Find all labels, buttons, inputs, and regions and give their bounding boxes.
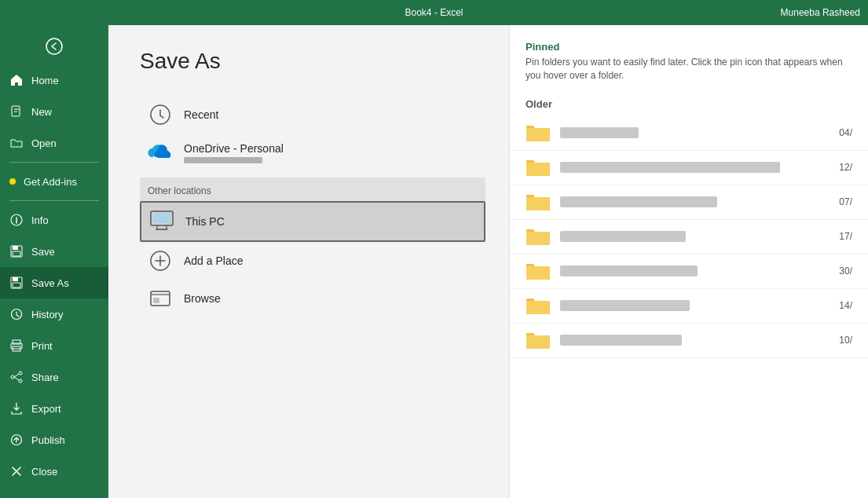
folder-date: 07/ — [839, 196, 852, 207]
sidebar-label-new: New — [31, 106, 52, 118]
location-onedrive[interactable]: OneDrive - Personal — [140, 134, 485, 171]
folder-icon — [526, 295, 551, 316]
svg-rect-7 — [13, 277, 18, 281]
close-icon — [9, 464, 24, 478]
title-bar-title: Book4 - Excel — [405, 7, 463, 18]
history-icon — [9, 307, 24, 321]
folder-name-redacted — [560, 196, 717, 207]
sidebar-item-close[interactable]: Close — [0, 456, 108, 487]
sidebar-item-info[interactable]: Info — [0, 204, 108, 236]
folder-row[interactable]: 04/ — [510, 116, 868, 151]
folder-name-redacted — [560, 162, 780, 173]
sidebar-label-save: Save — [31, 246, 55, 258]
save-as-panel: Save As Recent — [108, 25, 509, 498]
sidebar-label-home: Home — [31, 75, 59, 86]
sidebar-item-print[interactable]: Print — [0, 330, 108, 361]
folder-icon — [526, 123, 551, 143]
sidebar-item-share[interactable]: Share — [0, 361, 108, 393]
clock-icon — [148, 102, 173, 127]
folder-icon — [526, 157, 551, 178]
home-icon — [9, 73, 24, 87]
folder-name-redacted — [560, 231, 686, 242]
onedrive-sublabel-bar — [184, 157, 262, 163]
location-add-place[interactable]: Add a Place — [140, 242, 485, 280]
folder-date: 12/ — [839, 162, 852, 173]
save-as-icon — [9, 276, 24, 290]
svg-point-13 — [19, 372, 22, 375]
location-label-add-place: Add a Place — [184, 254, 244, 267]
location-label-recent: Recent — [184, 108, 218, 121]
folder-row[interactable]: 07/ — [510, 185, 868, 220]
sidebar-item-open[interactable]: Open — [0, 127, 108, 159]
location-recent[interactable]: Recent — [140, 96, 485, 134]
svg-rect-4 — [13, 246, 18, 250]
folder-icon — [526, 261, 551, 281]
sidebar-label-print: Print — [31, 340, 53, 352]
add-place-icon — [148, 248, 173, 273]
export-icon — [9, 401, 24, 416]
new-doc-icon — [9, 104, 24, 119]
print-icon — [9, 339, 24, 353]
svg-point-0 — [46, 38, 62, 54]
sidebar-item-get-addins[interactable]: Get Add-ins — [0, 166, 108, 197]
folder-panel: Pinned Pin folders you want to easily fi… — [509, 25, 868, 498]
sidebar-label-export: Export — [31, 403, 61, 415]
share-icon — [9, 370, 24, 384]
sidebar-label-publish: Publish — [31, 434, 65, 446]
add-ins-dot-icon — [9, 178, 16, 185]
content-area: Save As Recent — [108, 25, 868, 498]
folder-date: 14/ — [839, 300, 852, 311]
older-section-title: Older — [510, 95, 868, 116]
folder-name-redacted — [560, 335, 682, 346]
sidebar-item-export[interactable]: Export — [0, 393, 108, 424]
browse-icon — [148, 286, 173, 311]
svg-rect-8 — [13, 283, 20, 287]
location-label-onedrive: OneDrive - Personal — [184, 142, 284, 155]
onedrive-icon — [148, 140, 173, 165]
folder-name-redacted — [560, 127, 639, 138]
computer-icon — [149, 209, 174, 234]
folder-row[interactable]: 10/ — [510, 324, 868, 358]
sidebar-item-new[interactable]: New — [0, 96, 108, 127]
folder-row[interactable]: 14/ — [510, 289, 868, 324]
sidebar-item-save-as[interactable]: Save As — [0, 267, 108, 298]
sidebar-label-get-addins: Get Add-ins — [24, 176, 77, 188]
folder-row[interactable]: 17/ — [510, 220, 868, 254]
folder-date: 17/ — [839, 231, 852, 242]
folder-open-icon — [9, 136, 24, 150]
folder-icon — [526, 192, 551, 212]
location-label-this-pc: This PC — [185, 215, 225, 228]
location-this-pc[interactable]: This PC — [140, 201, 485, 242]
svg-point-14 — [19, 379, 22, 383]
svg-rect-19 — [153, 214, 170, 223]
sidebar-item-home[interactable]: Home — [0, 64, 108, 96]
pinned-section-title: Pinned — [510, 41, 868, 56]
location-browse[interactable]: Browse — [140, 280, 485, 317]
publish-icon — [9, 433, 24, 447]
location-label-browse: Browse — [184, 292, 221, 305]
sidebar-divider-1 — [9, 162, 99, 163]
folder-icon — [526, 330, 551, 350]
other-locations-section: Other locations — [140, 178, 485, 201]
folder-date: 30/ — [839, 265, 852, 276]
back-button[interactable] — [0, 28, 108, 64]
sidebar-label-close: Close — [31, 466, 57, 478]
sidebar-item-history[interactable]: History — [0, 298, 108, 330]
folder-name-redacted — [560, 265, 698, 276]
sidebar-item-save[interactable]: Save — [0, 236, 108, 267]
title-bar-user: Muneeba Rasheed — [781, 7, 860, 18]
folder-row[interactable]: 12/ — [510, 151, 868, 185]
title-bar: Book4 - Excel Muneeba Rasheed — [0, 0, 868, 25]
folder-row[interactable]: 30/ — [510, 254, 868, 289]
info-icon — [9, 213, 24, 227]
sidebar-label-history: History — [31, 309, 63, 320]
folder-date: 04/ — [839, 127, 852, 138]
sidebar-label-info: Info — [31, 214, 49, 226]
svg-rect-5 — [13, 251, 20, 256]
sidebar-divider-2 — [9, 200, 99, 201]
folder-name-redacted — [560, 300, 690, 311]
save-as-title: Save As — [140, 49, 485, 74]
pinned-section-desc: Pin folders you want to easily find late… — [510, 56, 868, 95]
sidebar-item-publish[interactable]: Publish — [0, 424, 108, 456]
folder-date: 10/ — [839, 335, 852, 346]
